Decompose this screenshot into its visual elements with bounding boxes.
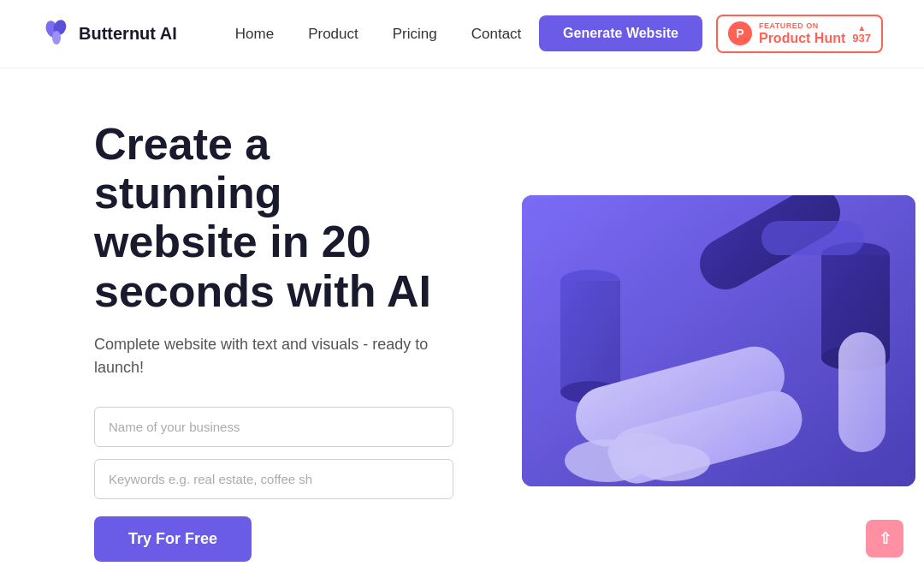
keywords-input[interactable] bbox=[94, 459, 453, 499]
svg-point-15 bbox=[633, 444, 710, 481]
brand-name: Butternut AI bbox=[79, 24, 177, 44]
nav-home[interactable]: Home bbox=[235, 26, 274, 43]
navbar: Butternut AI Home Product Pricing Contac… bbox=[0, 0, 924, 69]
logo-icon bbox=[41, 19, 72, 50]
try-for-free-button[interactable]: Try For Free bbox=[94, 516, 252, 562]
chevron-up-icon: ⇧ bbox=[879, 529, 891, 548]
hero-subtext: Complete website with text and visuals -… bbox=[94, 333, 453, 379]
scroll-to-top-button[interactable]: ⇧ bbox=[866, 520, 903, 557]
nav-contact[interactable]: Contact bbox=[471, 26, 522, 43]
hero-headline: Create a stunning website in 20 seconds … bbox=[94, 120, 453, 316]
product-hunt-content: FEATURED ON Product Hunt bbox=[759, 21, 845, 47]
business-name-input[interactable] bbox=[94, 407, 453, 447]
hero-illustration bbox=[522, 195, 915, 486]
nav-links: Home Product Pricing Contact bbox=[235, 26, 522, 43]
product-hunt-votes: ▲ 937 bbox=[852, 23, 871, 45]
svg-rect-16 bbox=[761, 221, 864, 255]
svg-point-2 bbox=[52, 31, 61, 45]
generate-website-button[interactable]: Generate Website bbox=[539, 15, 702, 51]
hero-content: Create a stunning website in 20 seconds … bbox=[94, 120, 453, 562]
product-hunt-icon: P bbox=[728, 21, 752, 45]
hero-image bbox=[522, 195, 915, 486]
product-hunt-badge[interactable]: P FEATURED ON Product Hunt ▲ 937 bbox=[716, 15, 883, 54]
nav-product[interactable]: Product bbox=[308, 26, 358, 43]
svg-rect-17 bbox=[838, 332, 886, 452]
nav-pricing[interactable]: Pricing bbox=[393, 26, 437, 43]
svg-rect-9 bbox=[560, 281, 620, 392]
product-hunt-name: Product Hunt bbox=[759, 30, 845, 46]
navbar-left: Butternut AI Home Product Pricing Contac… bbox=[41, 19, 521, 50]
navbar-right: Generate Website P FEATURED ON Product H… bbox=[539, 15, 883, 54]
vote-count: 937 bbox=[852, 33, 871, 45]
product-hunt-featured-label: FEATURED ON bbox=[759, 21, 845, 31]
hero-section: Create a stunning website in 20 seconds … bbox=[0, 69, 924, 578]
